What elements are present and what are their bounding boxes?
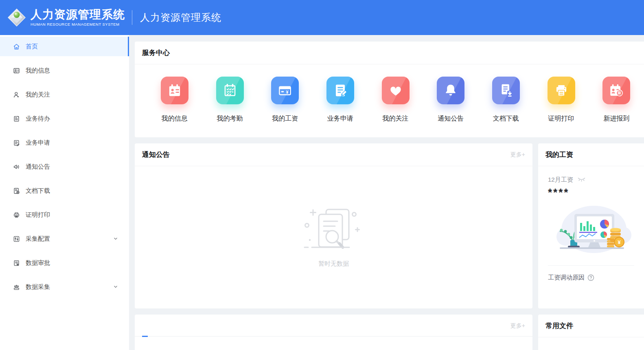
chevron-down-icon[interactable]	[113, 236, 118, 242]
service-tile	[161, 77, 188, 104]
notice-empty-state: 暂时无数据	[135, 166, 532, 308]
salary-illustration: ¥	[549, 199, 633, 260]
files-title: 常用文件	[545, 321, 573, 330]
svc-doc-download-icon	[497, 82, 515, 99]
home-icon	[13, 43, 20, 51]
sidebar-item-label: 业务申请	[26, 139, 50, 147]
sidebar-item[interactable]: 我的关注	[0, 85, 129, 104]
tasks-panel: 更多+	[135, 315, 532, 350]
service-center-panel: 服务中心 我的信息 我的考勤 ¥ 我的工资 业务申请 我的关注 通知公告	[135, 42, 644, 137]
tasks-more-link[interactable]: 更多+	[510, 322, 525, 336]
tab[interactable]	[142, 330, 148, 337]
main-content: 服务中心 我的信息 我的考勤 ¥ 我的工资 业务申请 我的关注 通知公告	[129, 35, 644, 350]
eye-closed-icon[interactable]	[577, 177, 586, 183]
empty-illustration	[303, 206, 365, 255]
tasks-tabs: 更多+	[135, 315, 532, 337]
service-item[interactable]: 我的考勤	[202, 77, 258, 123]
sidebar-item-label: 数据采集	[26, 283, 50, 291]
service-tile	[216, 77, 244, 104]
user-follow-icon	[13, 91, 20, 99]
sidebar-item[interactable]: 通知公告	[0, 157, 129, 176]
service-tile: ¥	[271, 77, 299, 104]
svg-text:¥: ¥	[286, 90, 289, 95]
svg-text:¥: ¥	[618, 239, 621, 245]
sidebar-item[interactable]: 文档下载	[0, 181, 129, 200]
announcement-icon	[13, 163, 20, 171]
logo-subtitle: HUMAN RESOURCE MANAGEMENT SYSTEM	[31, 22, 125, 26]
service-item[interactable]: 文档下载	[478, 77, 534, 123]
service-item[interactable]: ¥ 我的工资	[257, 77, 313, 123]
logo-title: 人力资源管理系统	[31, 9, 125, 20]
service-tile	[437, 77, 464, 104]
salary-month-label: 12月工资	[548, 176, 573, 184]
sidebar-item[interactable]: 业务待办	[0, 109, 129, 128]
notice-more-link[interactable]: 更多+	[510, 151, 525, 158]
svg-text:新: 新	[618, 91, 622, 95]
app-header: 人力资源管理系统 HUMAN RESOURCE MANAGEMENT SYSTE…	[0, 0, 644, 35]
tab[interactable]	[163, 330, 169, 337]
service-tile: 新	[602, 77, 630, 104]
notice-panel: 通知公告 更多+	[135, 143, 532, 308]
service-tile	[548, 77, 575, 104]
salary-reason-label: 工资调动原因	[548, 274, 585, 282]
doc-approve-icon	[13, 259, 20, 267]
files-panel: 常用文件	[538, 315, 644, 350]
data-collect-icon	[13, 283, 20, 291]
service-center-title: 服务中心	[142, 48, 170, 57]
service-item[interactable]: 证明打印	[534, 77, 589, 123]
sidebar-item[interactable]: 首页	[0, 37, 129, 56]
svc-bell-icon	[442, 82, 459, 99]
svc-printer-icon	[553, 82, 570, 99]
service-item-label: 我的考勤	[217, 114, 243, 123]
service-item[interactable]: 新 新进报到	[589, 77, 644, 123]
sidebar-item-label: 数据审批	[26, 259, 50, 267]
sidebar: 首页 我的信息 我的关注 业务待办 业务申请 通知公告 文档下载 证明打印 采集…	[0, 35, 129, 350]
service-item-label: 业务申请	[327, 114, 353, 123]
sidebar-item[interactable]: 业务申请	[0, 133, 129, 152]
doc-todo-icon	[13, 115, 20, 123]
question-circle-icon[interactable]	[587, 274, 594, 281]
sidebar-item-label: 我的信息	[26, 67, 50, 75]
service-item[interactable]: 我的关注	[368, 77, 423, 123]
svc-bank-card-icon: ¥	[276, 82, 294, 99]
salary-masked-value: ****	[548, 187, 634, 198]
service-item-label: 新进报到	[603, 114, 629, 123]
svc-new-badge-icon: 新	[608, 82, 625, 99]
sidebar-item[interactable]: 采集配置	[0, 229, 129, 249]
service-item-label: 我的关注	[383, 114, 409, 123]
service-item-label: 文档下载	[493, 114, 519, 123]
id-card-icon	[13, 67, 20, 75]
svc-heart-icon	[387, 82, 404, 99]
sidebar-item[interactable]: 数据审批	[0, 253, 129, 273]
service-item[interactable]: 通知公告	[423, 77, 478, 123]
printer-icon	[13, 211, 20, 219]
chevron-down-icon[interactable]	[113, 284, 118, 290]
service-item-label: 证明打印	[548, 114, 574, 123]
service-tile	[382, 77, 410, 104]
service-item[interactable]: 业务申请	[313, 77, 368, 123]
service-item-label: 我的信息	[162, 114, 188, 123]
sidebar-item-label: 证明打印	[26, 211, 50, 219]
sidebar-item-label: 文档下载	[26, 187, 50, 195]
sidebar-item-label: 通知公告	[26, 163, 50, 171]
config-icon	[13, 235, 20, 243]
sidebar-item-label: 业务待办	[26, 115, 50, 123]
sidebar-item[interactable]: 我的信息	[0, 61, 129, 80]
page-title: 人力资源管理系统	[140, 11, 221, 24]
sidebar-item[interactable]: 数据采集	[0, 277, 129, 297]
doc-apply-icon	[13, 139, 20, 147]
app-logo: 人力资源管理系统 HUMAN RESOURCE MANAGEMENT SYSTE…	[7, 8, 125, 27]
service-tile	[326, 77, 354, 104]
salary-panel: 我的工资 12月工资 ****	[538, 143, 644, 308]
service-item-label: 通知公告	[438, 114, 464, 123]
sidebar-item[interactable]: 证明打印	[0, 205, 129, 225]
sidebar-item-label: 首页	[26, 43, 38, 51]
svc-id-badge-icon	[166, 82, 183, 99]
service-tile	[492, 77, 520, 104]
service-item[interactable]: 我的信息	[147, 77, 202, 123]
salary-title: 我的工资	[545, 150, 573, 159]
svc-calendar-icon	[221, 82, 239, 99]
service-item-label: 我的工资	[272, 114, 298, 123]
doc-download-icon	[13, 187, 20, 195]
notice-title: 通知公告	[142, 150, 170, 159]
